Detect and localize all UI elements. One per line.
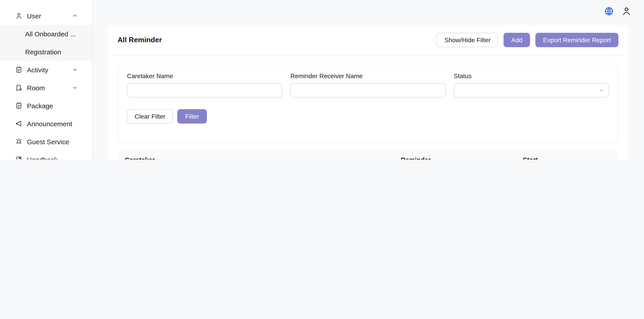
main-content: All Reminder Show/Hide Filter Add Export… xyxy=(92,0,644,160)
globe-icon[interactable] xyxy=(604,6,614,16)
column-header-status: Status xyxy=(454,151,516,160)
filter-field-status: Status xyxy=(454,72,609,98)
show-hide-filter-button[interactable]: Show/Hide Filter xyxy=(437,33,498,47)
export-reminder-report-button[interactable]: Export Reminder Report xyxy=(536,33,618,47)
page-title: All Reminder xyxy=(118,36,162,44)
header-divider xyxy=(108,55,628,56)
sidebar-item-handbook[interactable]: Handbook xyxy=(0,151,92,160)
column-header-time: Time xyxy=(320,151,394,160)
all-reminder-card: All Reminder Show/Hide Filter Add Export… xyxy=(108,25,628,160)
package-icon xyxy=(15,102,22,109)
filter-actions: Clear Filter Filter xyxy=(127,109,609,124)
filter-label: Status xyxy=(454,72,609,80)
filter-fields: Caretaker Name Reminder Receiver Name St… xyxy=(127,72,609,98)
sidebar-item-guest-service[interactable]: Guest Service xyxy=(0,133,92,151)
topbar xyxy=(92,0,644,23)
filter-button[interactable]: Filter xyxy=(178,109,207,124)
sidebar-item-label: User xyxy=(27,12,41,20)
column-header-reminder: Reminder xyxy=(170,151,251,160)
column-header-frequency: Frequency xyxy=(251,151,320,160)
chevron-down-icon xyxy=(599,88,604,93)
filter-panel: Caretaker Name Reminder Receiver Name St… xyxy=(118,64,618,143)
reminder-receiver-name-input[interactable] xyxy=(290,83,446,98)
add-button[interactable]: Add xyxy=(504,33,530,47)
caretaker-name-input[interactable] xyxy=(127,83,282,98)
app-root: User All Onboarded ... Registration Acti… xyxy=(0,0,644,160)
chevron-down-icon xyxy=(72,67,78,72)
filter-label: Caretaker Name xyxy=(127,72,282,80)
room-icon xyxy=(15,84,22,91)
sidebar-item-label: Package xyxy=(27,102,53,109)
sidebar-item-label: Room xyxy=(27,84,45,91)
sidebar-item-all-onboarded[interactable]: All Onboarded ... xyxy=(0,25,92,43)
sidebar-item-announcement[interactable]: Announcement xyxy=(0,115,92,133)
sidebar-submenu-user: All Onboarded ... Registration xyxy=(0,25,92,61)
activity-icon xyxy=(15,66,22,73)
table-header-row: Caretaker Name Reminder Frequency Time R… xyxy=(118,151,618,160)
sidebar-item-activity[interactable]: Activity xyxy=(0,61,92,79)
guest-service-icon xyxy=(15,138,22,145)
handbook-icon xyxy=(15,156,22,160)
sidebar-item-label: Handbook xyxy=(27,156,58,160)
filter-field-caretaker-name: Caretaker Name xyxy=(127,72,282,98)
sidebar: User All Onboarded ... Registration Acti… xyxy=(0,0,92,160)
profile-icon[interactable] xyxy=(622,6,632,16)
sidebar-item-user[interactable]: User xyxy=(0,7,92,25)
sidebar-item-label: Announcement xyxy=(27,120,72,127)
card-header: All Reminder Show/Hide Filter Add Export… xyxy=(118,32,618,48)
sidebar-item-label: Activity xyxy=(27,66,48,74)
filter-field-receiver-name: Reminder Receiver Name xyxy=(290,72,446,98)
reminder-table: Caretaker Name Reminder Frequency Time R… xyxy=(118,151,618,160)
filter-label: Reminder Receiver Name xyxy=(290,72,446,80)
sidebar-item-label: Guest Service xyxy=(27,138,69,145)
header-actions: Show/Hide Filter Add Export Reminder Rep… xyxy=(437,33,618,47)
chevron-up-icon xyxy=(72,13,78,19)
announcement-icon xyxy=(15,120,22,127)
sidebar-item-registration[interactable]: Registration xyxy=(0,43,92,61)
column-header-start-date: Start Date xyxy=(516,151,552,160)
sidebar-item-package[interactable]: Package xyxy=(0,97,92,115)
column-header-action: Action xyxy=(552,151,618,160)
status-select[interactable] xyxy=(454,83,609,98)
sidebar-item-room[interactable]: Room xyxy=(0,79,92,97)
clear-filter-button[interactable]: Clear Filter xyxy=(127,109,173,124)
user-icon xyxy=(15,12,22,19)
chevron-down-icon xyxy=(72,85,78,90)
column-header-receiver-name: Reminder Receiver Name xyxy=(394,151,454,160)
column-header-caretaker-name: Caretaker Name xyxy=(118,151,170,160)
